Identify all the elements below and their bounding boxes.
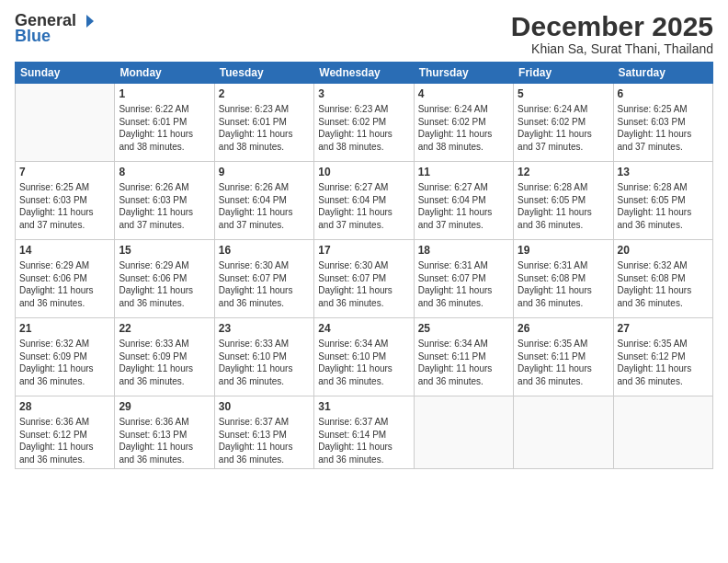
day-number: 7: [19, 165, 110, 179]
day-number: 1: [119, 86, 210, 101]
calendar-cell: [514, 396, 613, 469]
day-number: 16: [219, 243, 310, 258]
calendar-cell: 10Sunrise: 6:27 AMSunset: 6:04 PMDayligh…: [314, 162, 414, 240]
day-number: 12: [518, 165, 609, 179]
logo: General Blue: [15, 11, 95, 46]
calendar-cell: 8Sunrise: 6:26 AMSunset: 6:03 PMDaylight…: [115, 162, 214, 240]
logo-flag-icon: [78, 13, 95, 29]
day-info: Sunrise: 6:34 AMSunset: 6:10 PMDaylight:…: [318, 339, 392, 386]
day-number: 27: [618, 321, 709, 336]
day-number: 29: [119, 399, 210, 414]
day-number: 23: [219, 321, 310, 336]
calendar-cell: 1Sunrise: 6:22 AMSunset: 6:01 PMDaylight…: [115, 84, 214, 162]
day-number: 17: [318, 243, 409, 258]
calendar-cell: 12Sunrise: 6:28 AMSunset: 6:05 PMDayligh…: [514, 162, 613, 240]
calendar-cell: 26Sunrise: 6:35 AMSunset: 6:11 PMDayligh…: [514, 318, 613, 396]
header-monday: Monday: [115, 63, 214, 84]
day-number: 15: [119, 243, 210, 258]
title-block: December 2025 Khian Sa, Surat Thani, Tha…: [511, 11, 713, 56]
svg-marker-0: [86, 15, 94, 28]
month-title: December 2025: [511, 11, 713, 41]
day-info: Sunrise: 6:28 AMSunset: 6:05 PMDaylight:…: [618, 182, 692, 230]
header-wednesday: Wednesday: [314, 63, 414, 84]
calendar-cell: 24Sunrise: 6:34 AMSunset: 6:10 PMDayligh…: [314, 318, 414, 396]
day-number: 3: [318, 86, 409, 101]
logo-blue: Blue: [15, 27, 51, 46]
day-number: 6: [618, 86, 709, 101]
calendar-cell: 20Sunrise: 6:32 AMSunset: 6:08 PMDayligh…: [613, 240, 712, 318]
day-number: 24: [318, 321, 409, 336]
day-info: Sunrise: 6:29 AMSunset: 6:06 PMDaylight:…: [119, 260, 193, 308]
day-number: 2: [219, 86, 310, 101]
header-friday: Friday: [514, 63, 613, 84]
day-info: Sunrise: 6:35 AMSunset: 6:11 PMDaylight:…: [518, 339, 592, 386]
day-info: Sunrise: 6:25 AMSunset: 6:03 PMDaylight:…: [618, 104, 692, 152]
calendar-cell: 17Sunrise: 6:30 AMSunset: 6:07 PMDayligh…: [314, 240, 414, 318]
calendar-cell: 21Sunrise: 6:32 AMSunset: 6:09 PMDayligh…: [16, 318, 115, 396]
day-info: Sunrise: 6:34 AMSunset: 6:11 PMDaylight:…: [418, 339, 493, 386]
calendar-cell: 30Sunrise: 6:37 AMSunset: 6:13 PMDayligh…: [214, 396, 313, 469]
day-number: 10: [318, 165, 409, 179]
day-number: 19: [518, 243, 609, 258]
day-number: 4: [418, 86, 509, 101]
day-info: Sunrise: 6:36 AMSunset: 6:13 PMDaylight:…: [119, 417, 193, 465]
day-info: Sunrise: 6:27 AMSunset: 6:04 PMDaylight:…: [318, 182, 392, 230]
calendar-cell: 4Sunrise: 6:24 AMSunset: 6:02 PMDaylight…: [414, 84, 513, 162]
calendar-cell: 19Sunrise: 6:31 AMSunset: 6:08 PMDayligh…: [514, 240, 613, 318]
day-info: Sunrise: 6:35 AMSunset: 6:12 PMDaylight:…: [618, 339, 692, 386]
day-info: Sunrise: 6:29 AMSunset: 6:06 PMDaylight:…: [19, 260, 94, 308]
calendar-cell: 9Sunrise: 6:26 AMSunset: 6:04 PMDaylight…: [214, 162, 313, 240]
calendar-cell: 14Sunrise: 6:29 AMSunset: 6:06 PMDayligh…: [16, 240, 115, 318]
calendar-cell: [613, 396, 712, 469]
header-saturday: Saturday: [613, 63, 712, 84]
day-number: 18: [418, 243, 509, 258]
day-info: Sunrise: 6:25 AMSunset: 6:03 PMDaylight:…: [19, 182, 94, 230]
day-number: 8: [119, 165, 210, 179]
day-info: Sunrise: 6:27 AMSunset: 6:04 PMDaylight:…: [418, 182, 493, 230]
header: General Blue December 2025 Khian Sa, Sur…: [15, 11, 713, 56]
day-info: Sunrise: 6:33 AMSunset: 6:10 PMDaylight:…: [219, 339, 293, 386]
location-title: Khian Sa, Surat Thani, Thailand: [511, 41, 713, 56]
calendar-cell: 7Sunrise: 6:25 AMSunset: 6:03 PMDaylight…: [16, 162, 115, 240]
day-info: Sunrise: 6:30 AMSunset: 6:07 PMDaylight:…: [318, 260, 392, 308]
day-number: 28: [19, 399, 110, 414]
day-info: Sunrise: 6:28 AMSunset: 6:05 PMDaylight:…: [518, 182, 592, 230]
calendar-cell: [414, 396, 513, 469]
calendar-cell: 16Sunrise: 6:30 AMSunset: 6:07 PMDayligh…: [214, 240, 313, 318]
page: General Blue December 2025 Khian Sa, Sur…: [0, 0, 728, 563]
day-number: 20: [618, 243, 709, 258]
calendar-table: Sunday Monday Tuesday Wednesday Thursday…: [15, 62, 713, 469]
day-info: Sunrise: 6:37 AMSunset: 6:13 PMDaylight:…: [219, 417, 293, 465]
day-info: Sunrise: 6:37 AMSunset: 6:14 PMDaylight:…: [318, 417, 392, 465]
day-info: Sunrise: 6:33 AMSunset: 6:09 PMDaylight:…: [119, 339, 193, 386]
day-number: 30: [219, 399, 310, 414]
day-info: Sunrise: 6:32 AMSunset: 6:08 PMDaylight:…: [618, 260, 692, 308]
calendar-cell: 3Sunrise: 6:23 AMSunset: 6:02 PMDaylight…: [314, 84, 414, 162]
day-number: 21: [19, 321, 110, 336]
day-info: Sunrise: 6:26 AMSunset: 6:03 PMDaylight:…: [119, 182, 193, 230]
header-tuesday: Tuesday: [214, 63, 313, 84]
day-info: Sunrise: 6:32 AMSunset: 6:09 PMDaylight:…: [19, 339, 94, 386]
day-number: 26: [518, 321, 609, 336]
day-info: Sunrise: 6:24 AMSunset: 6:02 PMDaylight:…: [518, 104, 592, 152]
calendar-cell: 13Sunrise: 6:28 AMSunset: 6:05 PMDayligh…: [613, 162, 712, 240]
calendar-cell: 18Sunrise: 6:31 AMSunset: 6:07 PMDayligh…: [414, 240, 513, 318]
day-number: 13: [618, 165, 709, 179]
day-number: 14: [19, 243, 110, 258]
calendar-cell: 2Sunrise: 6:23 AMSunset: 6:01 PMDaylight…: [214, 84, 313, 162]
header-sunday: Sunday: [16, 63, 115, 84]
day-number: 25: [418, 321, 509, 336]
calendar-cell: 28Sunrise: 6:36 AMSunset: 6:12 PMDayligh…: [16, 396, 115, 469]
day-info: Sunrise: 6:36 AMSunset: 6:12 PMDaylight:…: [19, 417, 94, 465]
day-number: 9: [219, 165, 310, 179]
header-thursday: Thursday: [414, 63, 513, 84]
calendar-cell: 5Sunrise: 6:24 AMSunset: 6:02 PMDaylight…: [514, 84, 613, 162]
calendar-cell: 23Sunrise: 6:33 AMSunset: 6:10 PMDayligh…: [214, 318, 313, 396]
day-info: Sunrise: 6:23 AMSunset: 6:02 PMDaylight:…: [318, 104, 392, 152]
calendar-cell: 25Sunrise: 6:34 AMSunset: 6:11 PMDayligh…: [414, 318, 513, 396]
calendar-cell: 15Sunrise: 6:29 AMSunset: 6:06 PMDayligh…: [115, 240, 214, 318]
calendar-header-row: Sunday Monday Tuesday Wednesday Thursday…: [16, 63, 713, 84]
day-number: 22: [119, 321, 210, 336]
calendar-cell: [16, 84, 115, 162]
day-info: Sunrise: 6:23 AMSunset: 6:01 PMDaylight:…: [219, 104, 293, 152]
